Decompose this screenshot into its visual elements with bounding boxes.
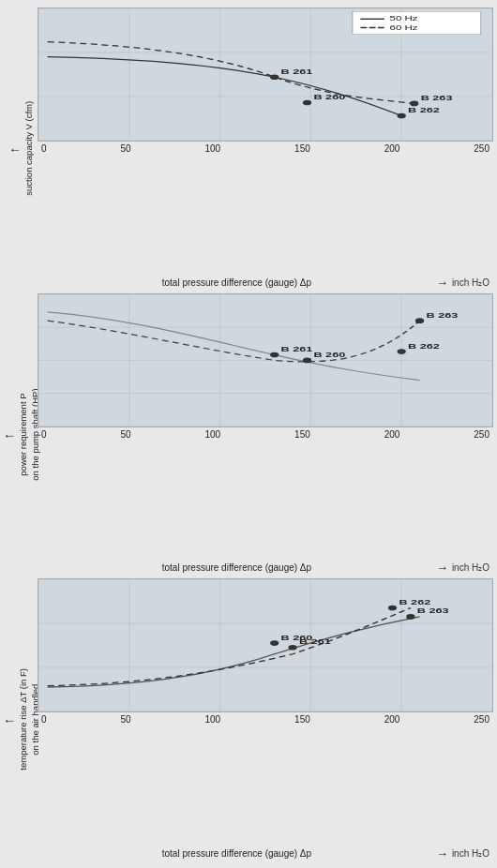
x-axis-label-row-0: total pressure difference (gauge) Δp→inc… <box>38 276 493 290</box>
chart-inner-2: B 260B 261B 262B 263 <box>38 578 493 712</box>
y-arrow-0: ↑ <box>6 147 23 154</box>
x-tick-label: 250 <box>474 143 489 276</box>
x-tick-label: 150 <box>294 429 310 561</box>
svg-point-35 <box>415 318 424 323</box>
svg-text:B 261: B 261 <box>299 637 331 646</box>
chart-area-2: B 260B 261B 262B 263050100150200250total… <box>38 578 493 861</box>
svg-point-10 <box>270 74 279 80</box>
svg-text:B 262: B 262 <box>408 106 440 114</box>
x-ticks-1: 050100150200250 <box>38 427 493 561</box>
x-tick-label: 100 <box>205 714 221 846</box>
x-tick-label: 50 <box>120 714 130 846</box>
page: ↑suction capacity V (cfm)B 261B 260B 262… <box>0 0 497 868</box>
svg-point-12 <box>303 100 311 106</box>
svg-text:B 260: B 260 <box>313 93 345 101</box>
chart-container-1: ↑power requirement Pon the pump shaft (H… <box>4 293 493 576</box>
inch-label-1: inch H₂O <box>452 562 489 573</box>
svg-text:B 262: B 262 <box>408 341 440 350</box>
chart-inner-0: B 261B 260B 262B 26350 Hz60 Hz <box>38 7 493 142</box>
svg-text:B 263: B 263 <box>421 94 453 102</box>
svg-text:B 261: B 261 <box>281 67 313 75</box>
svg-text:B 262: B 262 <box>399 598 430 606</box>
svg-text:B 261: B 261 <box>281 344 313 352</box>
chart-area-0: B 261B 260B 262B 26350 Hz60 Hz0501001502… <box>38 7 493 290</box>
inch-label-2: inch H₂O <box>452 848 489 859</box>
y-label-text-0: suction capacity V (cfm) <box>23 101 35 196</box>
svg-point-33 <box>398 349 406 354</box>
svg-text:B 263: B 263 <box>426 310 458 319</box>
y-axis-label-2: ↑temperature rise ΔT (in F)on the air ha… <box>4 578 38 861</box>
x-arrow-2: → <box>436 846 448 861</box>
svg-text:B 263: B 263 <box>417 606 449 615</box>
svg-point-53 <box>406 614 414 620</box>
x-tick-label: 0 <box>41 714 47 846</box>
chart-area-1: B 261B 260B 262B 263050100150200250total… <box>38 293 493 576</box>
x-tick-label: 100 <box>205 429 221 561</box>
svg-point-31 <box>303 357 311 363</box>
svg-point-14 <box>398 113 406 119</box>
x-tick-label: 250 <box>474 429 489 561</box>
x-tick-label: 200 <box>384 143 400 276</box>
y-axis-label-1: ↑power requirement Pon the pump shaft (H… <box>4 293 38 576</box>
x-tick-label: 100 <box>205 143 221 276</box>
chart-inner-1: B 261B 260B 262B 263 <box>38 293 493 427</box>
svg-point-47 <box>270 641 279 647</box>
x-axis-label-row-1: total pressure difference (gauge) Δp→inc… <box>38 561 493 575</box>
x-arrow-0: → <box>436 276 448 290</box>
y-axis-label-0: ↑suction capacity V (cfm) <box>4 7 38 290</box>
svg-point-49 <box>288 645 296 651</box>
x-tick-label: 150 <box>294 143 310 276</box>
inch-label-0: inch H₂O <box>452 277 489 288</box>
svg-text:B 260: B 260 <box>313 350 345 358</box>
x-tick-label: 200 <box>384 429 400 561</box>
svg-point-29 <box>270 352 279 357</box>
x-axis-label-1: total pressure difference (gauge) Δp <box>41 562 432 573</box>
x-tick-label: 200 <box>384 714 400 846</box>
x-arrow-1: → <box>436 561 448 575</box>
x-tick-label: 0 <box>41 429 47 561</box>
x-axis-label-2: total pressure difference (gauge) Δp <box>41 848 432 859</box>
x-tick-label: 50 <box>120 143 130 276</box>
svg-point-16 <box>410 101 418 107</box>
x-axis-label-0: total pressure difference (gauge) Δp <box>41 277 432 288</box>
chart-container-2: ↑temperature rise ΔT (in F)on the air ha… <box>4 578 493 861</box>
svg-point-51 <box>388 606 397 611</box>
y-arrow-2: ↑ <box>0 718 17 725</box>
y-arrow-1: ↑ <box>0 433 17 440</box>
x-tick-label: 0 <box>41 143 47 276</box>
x-axis-label-row-2: total pressure difference (gauge) Δp→inc… <box>38 846 493 861</box>
x-tick-label: 250 <box>474 714 489 846</box>
x-ticks-2: 050100150200250 <box>38 712 493 846</box>
x-tick-label: 50 <box>120 429 130 561</box>
x-tick-label: 150 <box>294 714 310 846</box>
x-ticks-0: 050100150200250 <box>38 142 493 276</box>
chart-container-0: ↑suction capacity V (cfm)B 261B 260B 262… <box>4 7 493 290</box>
